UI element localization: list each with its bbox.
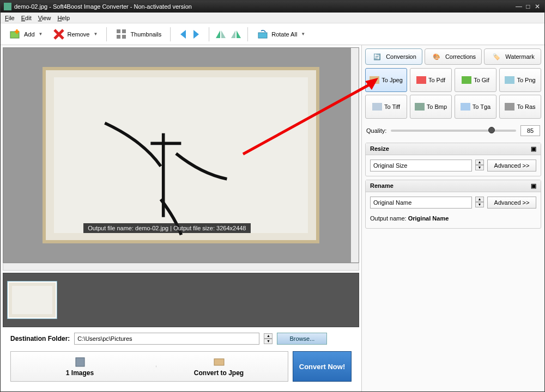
window-title: demo-02.jpg - Soft4Boost Image Converter… bbox=[14, 3, 515, 10]
menu-view[interactable]: View bbox=[38, 15, 51, 21]
window-controls: — □ ✕ bbox=[515, 3, 541, 10]
quality-row: Quality: bbox=[365, 122, 541, 139]
format-tga[interactable]: To Tga bbox=[455, 95, 496, 119]
flip-v-icon[interactable] bbox=[230, 28, 242, 40]
preview-image[interactable]: Output file name: demo-02.jpg | Output f… bbox=[43, 67, 320, 243]
svg-rect-1 bbox=[117, 29, 120, 33]
output-name-row: Output name: Original Name bbox=[370, 213, 536, 224]
process-row: 1 Images Convert to Jpeg Convert Now! bbox=[3, 348, 359, 389]
rename-advanced-button[interactable]: Advanced >> bbox=[487, 197, 536, 209]
chevron-down-icon[interactable]: ▼ bbox=[301, 32, 305, 36]
format-jpeg[interactable]: To Jpeg bbox=[365, 68, 407, 92]
collapse-icon[interactable]: ▣ bbox=[531, 182, 536, 189]
path-down-button[interactable]: ▼ bbox=[264, 339, 272, 344]
rename-select[interactable]: Original Name bbox=[370, 197, 472, 209]
resize-advanced-button[interactable]: Advanced >> bbox=[487, 160, 536, 171]
remove-icon bbox=[53, 28, 65, 40]
output-name-value: Original Name bbox=[408, 215, 449, 222]
add-icon bbox=[9, 28, 21, 40]
resize-header[interactable]: Resize▣ bbox=[366, 143, 541, 155]
corrections-icon: 🎨 bbox=[431, 51, 443, 63]
browse-button[interactable]: Browse... bbox=[277, 333, 327, 345]
format-bmp[interactable]: To Bmp bbox=[410, 95, 452, 119]
format-grid: To Jpeg To Pdf To Gif To Png To Tiff To … bbox=[365, 68, 541, 119]
path-up-button[interactable]: ▲ bbox=[264, 333, 272, 339]
svg-rect-0 bbox=[10, 32, 19, 38]
chevron-down-icon[interactable]: ▼ bbox=[93, 32, 98, 36]
grid-icon bbox=[116, 28, 128, 40]
title-bar: demo-02.jpg - Soft4Boost Image Converter… bbox=[1, 1, 544, 13]
flip-h-icon[interactable] bbox=[215, 28, 227, 40]
rename-section: Rename▣ Original Name ▲▼ Advanced >> Out… bbox=[365, 180, 541, 229]
destination-label: Destination Folder: bbox=[10, 335, 70, 342]
rotate-icon bbox=[257, 28, 269, 40]
chevron-down-icon[interactable]: ▼ bbox=[39, 32, 43, 36]
watermark-icon: 🏷️ bbox=[491, 51, 502, 63]
step-format[interactable]: Convert to Jpeg bbox=[149, 351, 288, 382]
quality-input[interactable] bbox=[520, 125, 540, 136]
format-png[interactable]: To Png bbox=[499, 68, 541, 92]
convert-now-button[interactable]: Convert Now! bbox=[293, 351, 352, 382]
tab-watermark[interactable]: 🏷️Watermark bbox=[484, 48, 541, 65]
tab-conversion[interactable]: 🔄Conversion bbox=[365, 48, 422, 65]
format-gif[interactable]: To Gif bbox=[455, 68, 496, 92]
tab-corrections[interactable]: 🎨Corrections bbox=[425, 48, 482, 65]
thumbnail-item[interactable] bbox=[8, 281, 57, 318]
menu-edit[interactable]: Edit bbox=[21, 15, 32, 21]
svg-rect-4 bbox=[122, 35, 126, 39]
destination-input[interactable]: C:\Users\pc\Pictures bbox=[74, 333, 259, 345]
rotate-all-button[interactable]: Rotate All▼ bbox=[253, 26, 308, 42]
svg-rect-9 bbox=[214, 359, 224, 365]
maximize-button[interactable]: □ bbox=[524, 3, 532, 10]
svg-rect-8 bbox=[76, 358, 84, 366]
images-icon bbox=[74, 356, 86, 368]
format-ras[interactable]: To Ras bbox=[499, 95, 541, 119]
app-window: demo-02.jpg - Soft4Boost Image Converter… bbox=[0, 0, 545, 392]
left-panel: Output file name: demo-02.jpg | Output f… bbox=[1, 45, 361, 391]
menu-file[interactable]: File bbox=[5, 15, 15, 21]
resize-select[interactable]: Original Size bbox=[370, 160, 472, 171]
quality-slider[interactable] bbox=[391, 130, 516, 132]
minimize-button[interactable]: — bbox=[515, 3, 523, 10]
app-icon bbox=[4, 3, 11, 10]
right-panel: 🔄Conversion 🎨Corrections 🏷️Watermark To … bbox=[361, 45, 544, 391]
vertical-scrollbar[interactable] bbox=[351, 48, 359, 262]
thumbnails-button[interactable]: Thumbnails bbox=[112, 26, 165, 42]
collapse-icon[interactable]: ▣ bbox=[531, 145, 536, 152]
preview-area: Output file name: demo-02.jpg | Output f… bbox=[3, 47, 359, 263]
conversion-icon: 🔄 bbox=[371, 51, 383, 63]
menu-bar: File Edit View Help bbox=[1, 13, 544, 23]
sketch-strokes bbox=[54, 77, 308, 332]
prev-icon[interactable] bbox=[176, 28, 188, 40]
menu-help[interactable]: Help bbox=[57, 15, 70, 21]
svg-rect-5 bbox=[258, 33, 267, 38]
rename-header[interactable]: Rename▣ bbox=[366, 180, 541, 192]
next-icon[interactable] bbox=[191, 28, 203, 40]
format-pdf[interactable]: To Pdf bbox=[410, 68, 452, 92]
svg-rect-2 bbox=[122, 29, 126, 33]
tabs: 🔄Conversion 🎨Corrections 🏷️Watermark bbox=[365, 48, 541, 65]
content-area: Output file name: demo-02.jpg | Output f… bbox=[1, 45, 544, 391]
svg-rect-3 bbox=[117, 35, 120, 39]
resize-section: Resize▣ Original Size ▲▼ Advanced >> bbox=[365, 143, 541, 176]
step-images[interactable]: 1 Images bbox=[10, 351, 149, 382]
add-button[interactable]: Add▼ bbox=[6, 26, 46, 42]
quality-label: Quality: bbox=[366, 127, 386, 134]
format-tiff[interactable]: To Tiff bbox=[365, 95, 407, 119]
toolbar: Add▼ Remove▼ Thumbnails Rotate All▼ bbox=[1, 23, 544, 45]
close-button[interactable]: ✕ bbox=[534, 3, 541, 10]
output-info-overlay: Output file name: demo-02.jpg | Output f… bbox=[83, 223, 250, 233]
remove-button[interactable]: Remove▼ bbox=[50, 26, 101, 42]
jpeg-icon bbox=[213, 356, 225, 368]
